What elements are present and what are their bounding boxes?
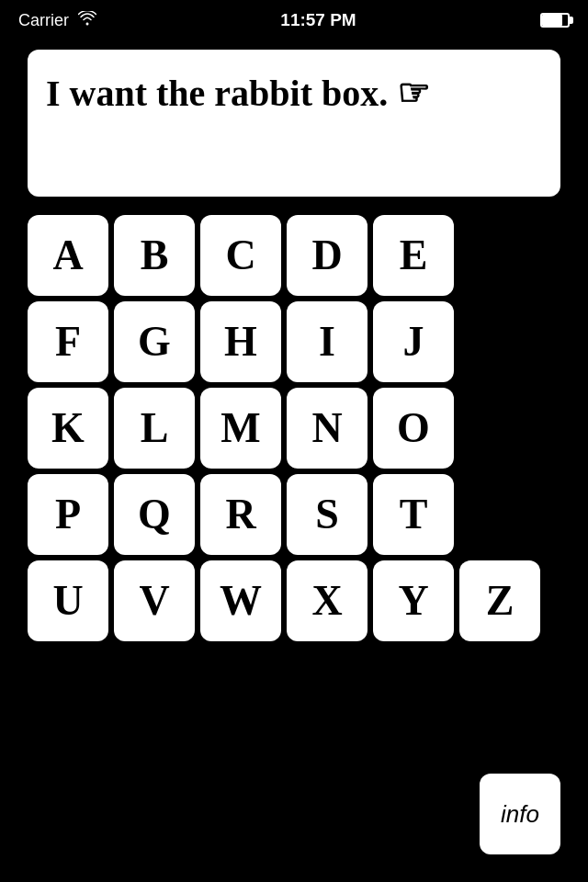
key-t[interactable]: T: [373, 474, 454, 555]
keyboard-container: ABCDEFGHIJKLMNOPQRSTUVWXYZ: [0, 215, 588, 641]
key-label-p: P: [55, 493, 81, 536]
info-label: info: [501, 800, 539, 829]
key-label-g: G: [138, 321, 171, 363]
key-label-v: V: [139, 580, 169, 622]
key-label-b: B: [141, 234, 169, 277]
key-label-u: U: [52, 580, 83, 622]
keyboard-row-2: KLMNO: [28, 388, 560, 469]
key-label-n: N: [311, 407, 342, 449]
key-j[interactable]: J: [373, 301, 454, 382]
key-label-q: Q: [138, 493, 171, 536]
key-label-h: H: [224, 321, 257, 363]
key-a[interactable]: A: [28, 215, 108, 296]
key-w[interactable]: W: [200, 560, 281, 641]
key-label-x: X: [311, 580, 342, 622]
key-m[interactable]: M: [200, 388, 281, 469]
key-label-a: A: [52, 234, 83, 277]
key-label-k: K: [51, 407, 85, 449]
key-y[interactable]: Y: [373, 560, 454, 641]
key-q[interactable]: Q: [114, 474, 195, 555]
key-label-d: D: [311, 234, 342, 277]
key-v[interactable]: V: [114, 560, 195, 641]
status-right: [540, 13, 570, 28]
key-r[interactable]: R: [200, 474, 281, 555]
key-b[interactable]: B: [114, 215, 195, 296]
key-l[interactable]: L: [114, 388, 195, 469]
status-left: Carrier: [18, 11, 96, 30]
key-label-s: S: [315, 493, 339, 536]
key-o[interactable]: O: [373, 388, 454, 469]
keyboard-row-1: FGHIJ: [28, 301, 560, 382]
key-d[interactable]: D: [287, 215, 368, 296]
key-x[interactable]: X: [287, 560, 368, 641]
key-p[interactable]: P: [28, 474, 108, 555]
key-n[interactable]: N: [287, 388, 368, 469]
key-label-c: C: [225, 234, 255, 277]
keyboard-row-0: ABCDE: [28, 215, 560, 296]
key-k[interactable]: K: [28, 388, 108, 469]
text-display-content: I want the rabbit box. ☞: [46, 72, 542, 116]
key-label-y: Y: [398, 580, 428, 622]
key-label-m: M: [220, 407, 260, 449]
key-c[interactable]: C: [200, 215, 281, 296]
carrier-label: Carrier: [18, 11, 69, 30]
key-i[interactable]: I: [287, 301, 368, 382]
key-label-t: T: [400, 493, 428, 536]
text-display: I want the rabbit box. ☞: [28, 50, 560, 197]
keyboard-row-4: UVWXYZ: [28, 560, 560, 641]
wifi-icon: [78, 11, 96, 30]
status-time: 11:57 PM: [280, 10, 356, 30]
info-button[interactable]: info: [480, 774, 560, 854]
key-label-f: F: [55, 321, 81, 363]
key-g[interactable]: G: [114, 301, 195, 382]
key-z[interactable]: Z: [459, 560, 540, 641]
battery-icon: [540, 13, 570, 28]
key-label-o: O: [397, 407, 430, 449]
key-label-r: R: [225, 493, 255, 536]
key-u[interactable]: U: [28, 560, 108, 641]
key-label-e: E: [400, 234, 428, 277]
key-label-j: J: [403, 321, 424, 363]
key-label-w: W: [220, 580, 262, 622]
key-label-i: I: [319, 321, 335, 363]
key-label-z: Z: [486, 580, 514, 622]
key-s[interactable]: S: [287, 474, 368, 555]
key-e[interactable]: E: [373, 215, 454, 296]
key-f[interactable]: F: [28, 301, 108, 382]
keyboard-row-3: PQRST: [28, 474, 560, 555]
status-bar: Carrier 11:57 PM: [0, 0, 588, 40]
key-h[interactable]: H: [200, 301, 281, 382]
key-label-l: L: [141, 407, 169, 449]
